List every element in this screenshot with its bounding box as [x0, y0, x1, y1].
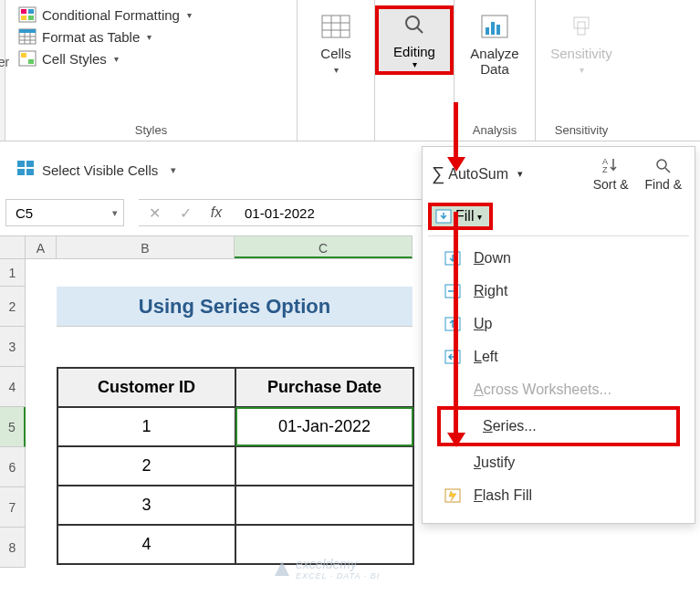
data-table: Customer ID Purchase Date 1 01-Jan-2022 … — [57, 367, 414, 565]
analysis-group-label: Analysis — [454, 123, 535, 137]
svg-rect-28 — [26, 161, 34, 167]
cells-group: Cells ▾ — [298, 0, 375, 141]
analyze-data-button[interactable]: Analyze Data — [454, 9, 535, 82]
formula-bar-value: 01-01-2022 — [245, 205, 315, 221]
caret-icon: ▾ — [334, 65, 339, 75]
svg-line-20 — [417, 27, 423, 33]
sensitivity-label: Sensitivity — [550, 46, 612, 61]
enter-formula-button[interactable]: ✓ — [170, 199, 201, 226]
row-header-3[interactable]: 3 — [0, 327, 26, 367]
fill-right-item[interactable]: Right — [432, 275, 685, 308]
row-header-2[interactable]: 2 — [0, 287, 26, 327]
svg-rect-14 — [322, 16, 350, 37]
table-row: 2 — [57, 446, 413, 486]
cell-id[interactable]: 1 — [57, 407, 235, 446]
select-visible-label: Select Visible Cells — [42, 162, 158, 178]
sheet-title: Using Series Option — [57, 287, 413, 327]
analyze-icon — [481, 15, 508, 42]
column-header-c[interactable]: C — [235, 236, 413, 258]
arrow-right-icon — [443, 282, 463, 300]
cell-date-selected[interactable]: 01-Jan-2022 — [235, 407, 413, 446]
editing-group: Editing ▾ — [375, 0, 454, 141]
ribbon: ber Conditional Formatting ▾ Format as T… — [0, 0, 700, 141]
row-header-8[interactable]: 8 — [0, 528, 26, 568]
column-header-a[interactable]: A — [26, 236, 57, 258]
row-headers: 1 2 3 4 5 6 7 8 — [0, 259, 26, 568]
sort-filter-button[interactable]: AZ Sort & — [593, 156, 629, 192]
editing-label: Editing — [381, 44, 448, 59]
analyze-label: Analyze Data — [458, 46, 531, 77]
cell-id[interactable]: 2 — [57, 446, 235, 486]
fill-left-item[interactable]: Left — [432, 340, 685, 373]
svg-rect-4 — [28, 16, 34, 20]
row-header-1[interactable]: 1 — [0, 259, 26, 287]
quick-access-select-visible[interactable]: Select Visible Cells ▾ — [16, 160, 176, 180]
row-header-7[interactable]: 7 — [0, 487, 26, 528]
row-header-4[interactable]: 4 — [0, 367, 26, 407]
svg-line-35 — [665, 168, 670, 173]
svg-point-34 — [657, 160, 666, 169]
fill-series-item[interactable]: Series... — [437, 406, 680, 446]
svg-rect-29 — [17, 169, 25, 175]
row-header-6[interactable]: 6 — [0, 447, 26, 487]
caret-icon: ▾ — [381, 59, 448, 69]
column-header-b[interactable]: B — [57, 236, 235, 258]
arrow-down-icon — [443, 249, 463, 267]
svg-rect-3 — [21, 16, 26, 20]
fill-justify-item[interactable]: Justify — [432, 446, 685, 479]
cells-button[interactable]: Cells ▾ — [298, 9, 374, 80]
fill-across-worksheets-item: Across Worksheets... — [432, 373, 685, 406]
cell-id[interactable]: 4 — [57, 525, 235, 564]
flash-fill-item[interactable]: Flash Fill — [432, 479, 685, 512]
fill-up-item[interactable]: Up — [432, 308, 685, 340]
svg-rect-25 — [574, 17, 589, 28]
svg-rect-13 — [28, 59, 34, 64]
column-headers: A B C — [0, 235, 413, 259]
sort-label: Sort & — [593, 177, 629, 192]
table-row: 3 — [57, 486, 413, 525]
select-all-corner[interactable] — [0, 236, 26, 258]
formula-bar-row: C5 ▾ ✕ ✓ fx 01-01-2022 — [5, 199, 469, 226]
conditional-formatting-button[interactable]: Conditional Formatting ▾ — [15, 4, 287, 26]
cells-icon — [321, 15, 350, 42]
editing-button[interactable]: Editing ▾ — [375, 5, 454, 75]
cell-date[interactable] — [235, 446, 413, 486]
svg-text:Z: Z — [602, 165, 608, 174]
svg-rect-23 — [491, 22, 495, 35]
watermark-tag: EXCEL · DATA · BI — [296, 571, 380, 580]
sort-icon: AZ — [601, 156, 621, 177]
sigma-icon: ∑ — [432, 163, 444, 184]
cell-styles-button[interactable]: Cell Styles ▾ — [15, 47, 287, 69]
caret-icon: ▾ — [171, 164, 176, 176]
fill-button[interactable]: Fill ▾ — [428, 203, 493, 230]
row-header-5[interactable]: 5 — [0, 407, 26, 447]
autosum-button[interactable]: ∑ AutoSum ▾ — [432, 163, 523, 184]
select-visible-icon — [16, 160, 35, 180]
header-purchase-date: Purchase Date — [235, 368, 413, 407]
name-box[interactable]: C5 ▾ — [5, 199, 124, 226]
caret-icon: ▾ — [580, 65, 584, 75]
cell-styles-label: Cell Styles — [42, 51, 107, 67]
cell-id[interactable]: 3 — [57, 486, 235, 525]
fill-label: Fill — [455, 208, 474, 225]
cell-date[interactable] — [235, 486, 413, 525]
format-as-table-button[interactable]: Format as Table ▾ — [15, 26, 287, 47]
table-row: 1 01-Jan-2022 — [57, 407, 413, 446]
find-select-button[interactable]: Find & — [645, 156, 682, 192]
insert-function-button[interactable]: fx — [201, 199, 232, 226]
cancel-formula-button[interactable]: ✕ — [139, 199, 170, 226]
fill-down-item[interactable]: DDownown — [432, 242, 685, 275]
worksheet-area[interactable]: Using Series Option Customer ID Purchase… — [26, 259, 414, 565]
format-table-label: Format as Table — [42, 29, 140, 45]
search-icon — [402, 24, 426, 39]
svg-rect-30 — [26, 169, 34, 175]
caret-icon: ▾ — [517, 168, 523, 180]
caret-icon: ▾ — [114, 54, 119, 64]
styles-group: Conditional Formatting ▾ Format as Table… — [5, 0, 298, 141]
watermark-brand: exceldemy — [296, 557, 380, 571]
format-table-icon — [18, 28, 37, 45]
cell-styles-icon — [18, 50, 37, 67]
watermark: exceldemy EXCEL · DATA · BI — [274, 557, 380, 580]
fill-down-icon — [435, 209, 452, 224]
svg-rect-1 — [21, 9, 26, 14]
